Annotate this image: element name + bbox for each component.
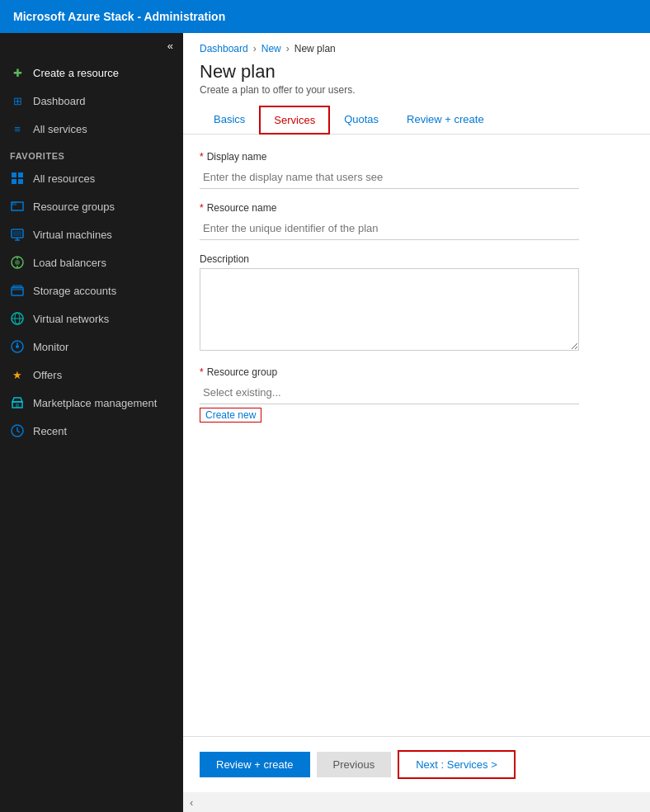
recent-icon bbox=[10, 423, 25, 438]
sidebar-item-marketplace-management[interactable]: Marketplace management bbox=[0, 389, 183, 417]
plus-icon: ✚ bbox=[10, 65, 25, 80]
sidebar-label-all-services: All services bbox=[33, 123, 87, 135]
tab-basics-label: Basics bbox=[214, 113, 245, 125]
sidebar-item-resource-groups[interactable]: Resource groups bbox=[0, 192, 183, 220]
sidebar-label-recent: Recent bbox=[33, 425, 67, 437]
sidebar-item-load-balancers[interactable]: Load balancers bbox=[0, 248, 183, 276]
page-header: New plan Create a plan to offer to your … bbox=[183, 54, 650, 106]
load-balancers-icon bbox=[10, 255, 25, 270]
svg-rect-5 bbox=[12, 202, 16, 205]
tab-services[interactable]: Services bbox=[259, 106, 330, 135]
resource-group-required-star: * bbox=[200, 366, 204, 378]
form-area: * Display name * Resource name Descripti… bbox=[183, 135, 650, 736]
sidebar-item-offers[interactable]: ★ Offers bbox=[0, 361, 183, 389]
virtual-machines-icon bbox=[10, 227, 25, 242]
collapse-icon: « bbox=[167, 40, 173, 52]
breadcrumb-current: New plan bbox=[294, 43, 336, 54]
sidebar-label-create-resource: Create a resource bbox=[33, 67, 119, 79]
tab-quotas[interactable]: Quotas bbox=[330, 106, 393, 135]
all-resources-icon bbox=[10, 171, 25, 186]
bottom-collapse-icon[interactable]: ‹ bbox=[190, 796, 193, 809]
breadcrumb-sep-1: › bbox=[253, 43, 257, 54]
create-new-link[interactable]: Create new bbox=[200, 408, 261, 423]
storage-accounts-icon bbox=[10, 283, 25, 298]
svg-rect-0 bbox=[12, 172, 16, 177]
tabs: Basics Services Quotas Review + create bbox=[183, 106, 650, 135]
display-name-input[interactable] bbox=[200, 166, 579, 189]
resource-name-required-star: * bbox=[200, 202, 204, 214]
sidebar-label-resource-groups: Resource groups bbox=[33, 201, 115, 213]
footer: Review + create Previous Next : Services… bbox=[183, 736, 650, 792]
sidebar-item-dashboard[interactable]: ⊞ Dashboard bbox=[0, 87, 183, 115]
breadcrumb-new[interactable]: New bbox=[261, 43, 281, 54]
sidebar-label-marketplace-management: Marketplace management bbox=[33, 397, 157, 409]
sidebar: « ✚ Create a resource ⊞ Dashboard ≡ All … bbox=[0, 33, 183, 812]
tab-quotas-label: Quotas bbox=[344, 113, 379, 125]
resource-name-group: * Resource name bbox=[200, 202, 634, 240]
topbar: Microsoft Azure Stack - Administration bbox=[0, 0, 650, 33]
dashboard-icon: ⊞ bbox=[10, 93, 25, 108]
sidebar-item-storage-accounts[interactable]: Storage accounts bbox=[0, 276, 183, 304]
svg-rect-3 bbox=[18, 179, 23, 184]
sidebar-label-virtual-machines: Virtual machines bbox=[33, 229, 112, 241]
page-subtitle: Create a plan to offer to your users. bbox=[200, 84, 634, 96]
breadcrumb-dashboard[interactable]: Dashboard bbox=[200, 43, 248, 54]
sidebar-label-dashboard: Dashboard bbox=[33, 95, 86, 107]
resource-name-input[interactable] bbox=[200, 217, 579, 240]
svg-rect-2 bbox=[12, 179, 16, 184]
content-area: Dashboard › New › New plan New plan Crea… bbox=[183, 33, 650, 812]
svg-point-21 bbox=[16, 345, 19, 348]
resource-name-label: * Resource name bbox=[200, 202, 634, 214]
tab-basics[interactable]: Basics bbox=[200, 106, 259, 135]
display-name-label: * Display name bbox=[200, 151, 634, 163]
previous-button[interactable]: Previous bbox=[317, 752, 392, 777]
monitor-icon bbox=[10, 339, 25, 354]
sidebar-item-all-resources[interactable]: All resources bbox=[0, 164, 183, 192]
sidebar-label-monitor: Monitor bbox=[33, 341, 68, 353]
next-services-button[interactable]: Next : Services > bbox=[398, 750, 516, 779]
offers-icon: ★ bbox=[10, 367, 25, 382]
resource-group-label: * Resource group bbox=[200, 366, 634, 378]
favorites-section-label: FAVORITES bbox=[0, 143, 183, 164]
svg-rect-1 bbox=[18, 172, 23, 177]
sidebar-label-storage-accounts: Storage accounts bbox=[33, 285, 116, 297]
sidebar-label-all-resources: All resources bbox=[33, 172, 95, 185]
sidebar-label-virtual-networks: Virtual networks bbox=[33, 313, 109, 325]
sidebar-item-monitor[interactable]: Monitor bbox=[0, 333, 183, 361]
tab-services-label: Services bbox=[274, 114, 315, 126]
bottom-bar: ‹ bbox=[183, 792, 650, 812]
list-icon: ≡ bbox=[10, 121, 25, 136]
sidebar-label-load-balancers: Load balancers bbox=[33, 257, 106, 269]
sidebar-item-virtual-machines[interactable]: Virtual machines bbox=[0, 220, 183, 248]
svg-point-11 bbox=[15, 260, 20, 265]
resource-groups-icon bbox=[10, 199, 25, 214]
svg-rect-7 bbox=[13, 231, 21, 236]
sidebar-item-recent[interactable]: Recent bbox=[0, 417, 183, 445]
description-group: Description bbox=[200, 253, 634, 353]
page-title: New plan bbox=[200, 61, 634, 83]
tab-review-create[interactable]: Review + create bbox=[393, 106, 498, 135]
svg-rect-24 bbox=[16, 404, 19, 408]
description-input[interactable] bbox=[200, 268, 579, 351]
breadcrumb: Dashboard › New › New plan bbox=[183, 33, 650, 54]
display-name-group: * Display name bbox=[200, 151, 634, 189]
sidebar-item-all-services[interactable]: ≡ All services bbox=[0, 115, 183, 143]
resource-group-input[interactable] bbox=[200, 381, 579, 404]
sidebar-collapse-button[interactable]: « bbox=[0, 33, 183, 59]
tab-review-create-label: Review + create bbox=[407, 113, 484, 125]
sidebar-item-virtual-networks[interactable]: Virtual networks bbox=[0, 304, 183, 333]
description-label: Description bbox=[200, 253, 634, 265]
virtual-networks-icon bbox=[10, 311, 25, 326]
resource-group-group: * Resource group Create new bbox=[200, 366, 634, 423]
marketplace-icon bbox=[10, 395, 25, 410]
sidebar-label-offers: Offers bbox=[33, 369, 62, 381]
display-name-required-star: * bbox=[200, 151, 204, 163]
sidebar-item-create-resource[interactable]: ✚ Create a resource bbox=[0, 59, 183, 87]
topbar-title: Microsoft Azure Stack - Administration bbox=[13, 10, 225, 23]
review-create-button[interactable]: Review + create bbox=[200, 752, 310, 777]
main-layout: « ✚ Create a resource ⊞ Dashboard ≡ All … bbox=[0, 33, 650, 812]
breadcrumb-sep-2: › bbox=[286, 43, 290, 54]
